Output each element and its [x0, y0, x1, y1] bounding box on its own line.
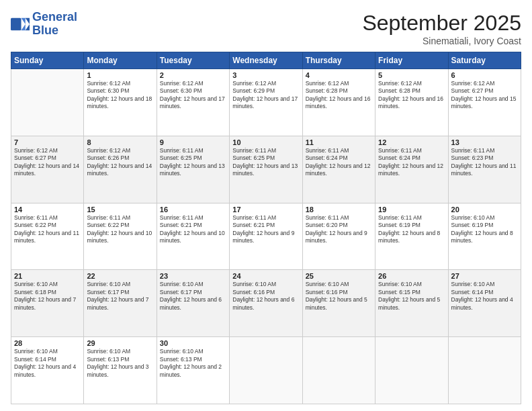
day-info: Sunrise: 6:10 AMSunset: 6:15 PMDaylight:… [378, 281, 445, 312]
day-number: 16 [160, 205, 226, 214]
logo-line1: General [32, 11, 77, 24]
day-info: Sunrise: 6:10 AMSunset: 6:18 PMDaylight:… [14, 281, 81, 312]
day-info: Sunrise: 6:10 AMSunset: 6:13 PMDaylight:… [160, 348, 226, 379]
day-number: 27 [451, 272, 518, 280]
day-info: Sunrise: 6:11 AMSunset: 6:21 PMDaylight:… [232, 214, 299, 245]
calendar-week-row: 1Sunrise: 6:12 AMSunset: 6:30 PMDaylight… [11, 69, 521, 136]
day-info: Sunrise: 6:12 AMSunset: 6:28 PMDaylight:… [306, 80, 372, 111]
day-number: 1 [87, 71, 153, 79]
calendar-cell: 20Sunrise: 6:10 AMSunset: 6:19 PMDayligh… [448, 203, 521, 270]
col-saturday: Saturday [448, 52, 521, 69]
calendar-body: 1Sunrise: 6:12 AMSunset: 6:30 PMDaylight… [11, 69, 521, 404]
day-number: 19 [378, 205, 445, 214]
day-info: Sunrise: 6:11 AMSunset: 6:25 PMDaylight:… [232, 147, 299, 178]
col-tuesday: Tuesday [157, 52, 229, 69]
calendar-cell: 1Sunrise: 6:12 AMSunset: 6:30 PMDaylight… [84, 69, 157, 136]
calendar-cell: 25Sunrise: 6:10 AMSunset: 6:16 PMDayligh… [302, 270, 375, 337]
day-info: Sunrise: 6:12 AMSunset: 6:28 PMDaylight:… [378, 80, 445, 111]
calendar-cell: 21Sunrise: 6:10 AMSunset: 6:18 PMDayligh… [11, 270, 84, 337]
logo-icon [11, 15, 30, 34]
calendar-cell: 12Sunrise: 6:11 AMSunset: 6:24 PMDayligh… [375, 136, 448, 203]
month-title: September 2025 [362, 11, 521, 36]
day-info: Sunrise: 6:11 AMSunset: 6:24 PMDaylight:… [306, 147, 372, 178]
calendar-cell [448, 337, 521, 404]
day-info: Sunrise: 6:11 AMSunset: 6:21 PMDaylight:… [160, 214, 226, 245]
calendar-cell: 11Sunrise: 6:11 AMSunset: 6:24 PMDayligh… [302, 136, 375, 203]
header: General Blue September 2025 Sinematiali,… [11, 11, 521, 46]
calendar-cell: 23Sunrise: 6:10 AMSunset: 6:17 PMDayligh… [157, 270, 229, 337]
calendar-cell: 30Sunrise: 6:10 AMSunset: 6:13 PMDayligh… [157, 337, 229, 404]
day-info: Sunrise: 6:12 AMSunset: 6:30 PMDaylight:… [87, 80, 153, 111]
col-wednesday: Wednesday [230, 52, 302, 69]
day-info: Sunrise: 6:10 AMSunset: 6:16 PMDaylight:… [232, 281, 299, 312]
calendar-cell [302, 337, 375, 404]
logo: General Blue [11, 11, 77, 38]
calendar-cell: 4Sunrise: 6:12 AMSunset: 6:28 PMDaylight… [302, 69, 375, 136]
calendar-week-row: 14Sunrise: 6:11 AMSunset: 6:22 PMDayligh… [11, 203, 521, 270]
day-number: 15 [87, 205, 153, 214]
calendar-cell: 24Sunrise: 6:10 AMSunset: 6:16 PMDayligh… [230, 270, 302, 337]
calendar-cell: 2Sunrise: 6:12 AMSunset: 6:30 PMDaylight… [157, 69, 229, 136]
day-number: 13 [451, 138, 518, 146]
day-number: 11 [306, 138, 372, 146]
day-info: Sunrise: 6:10 AMSunset: 6:14 PMDaylight:… [451, 281, 518, 312]
day-info: Sunrise: 6:10 AMSunset: 6:17 PMDaylight:… [87, 281, 153, 312]
calendar-cell [375, 337, 448, 404]
day-number: 8 [87, 138, 153, 146]
day-info: Sunrise: 6:10 AMSunset: 6:17 PMDaylight:… [160, 281, 226, 312]
calendar-cell: 13Sunrise: 6:11 AMSunset: 6:23 PMDayligh… [448, 136, 521, 203]
calendar-cell: 22Sunrise: 6:10 AMSunset: 6:17 PMDayligh… [84, 270, 157, 337]
day-number: 29 [87, 339, 153, 347]
calendar-cell: 7Sunrise: 6:12 AMSunset: 6:27 PMDaylight… [11, 136, 84, 203]
calendar-cell: 28Sunrise: 6:10 AMSunset: 6:14 PMDayligh… [11, 337, 84, 404]
day-number: 25 [306, 272, 372, 280]
calendar-week-row: 7Sunrise: 6:12 AMSunset: 6:27 PMDaylight… [11, 136, 521, 203]
day-info: Sunrise: 6:10 AMSunset: 6:13 PMDaylight:… [87, 348, 153, 379]
svg-rect-2 [11, 17, 21, 30]
day-info: Sunrise: 6:11 AMSunset: 6:20 PMDaylight:… [306, 214, 372, 245]
calendar-cell: 8Sunrise: 6:12 AMSunset: 6:26 PMDaylight… [84, 136, 157, 203]
day-number: 23 [160, 272, 226, 280]
col-thursday: Thursday [302, 52, 375, 69]
day-info: Sunrise: 6:12 AMSunset: 6:27 PMDaylight:… [14, 147, 81, 178]
day-number: 26 [378, 272, 445, 280]
day-info: Sunrise: 6:12 AMSunset: 6:27 PMDaylight:… [451, 80, 518, 111]
calendar-cell: 26Sunrise: 6:10 AMSunset: 6:15 PMDayligh… [375, 270, 448, 337]
day-number: 10 [232, 138, 299, 146]
calendar-cell: 14Sunrise: 6:11 AMSunset: 6:22 PMDayligh… [11, 203, 84, 270]
day-number: 12 [378, 138, 445, 146]
day-number: 22 [87, 272, 153, 280]
col-friday: Friday [375, 52, 448, 69]
calendar-cell: 15Sunrise: 6:11 AMSunset: 6:22 PMDayligh… [84, 203, 157, 270]
day-number: 24 [232, 272, 299, 280]
title-block: September 2025 Sinematiali, Ivory Coast [362, 11, 521, 46]
day-number: 28 [14, 339, 81, 347]
calendar-cell: 16Sunrise: 6:11 AMSunset: 6:21 PMDayligh… [157, 203, 229, 270]
day-info: Sunrise: 6:11 AMSunset: 6:25 PMDaylight:… [160, 147, 226, 178]
calendar-cell: 17Sunrise: 6:11 AMSunset: 6:21 PMDayligh… [230, 203, 302, 270]
calendar-cell: 19Sunrise: 6:11 AMSunset: 6:19 PMDayligh… [375, 203, 448, 270]
svg-marker-1 [21, 17, 26, 30]
calendar-cell: 18Sunrise: 6:11 AMSunset: 6:20 PMDayligh… [302, 203, 375, 270]
page-container: General Blue September 2025 Sinematiali,… [0, 0, 532, 411]
col-sunday: Sunday [11, 52, 84, 69]
logo-text: General Blue [32, 11, 77, 38]
day-number: 7 [14, 138, 81, 146]
day-info: Sunrise: 6:11 AMSunset: 6:22 PMDaylight:… [87, 214, 153, 245]
calendar-cell: 3Sunrise: 6:12 AMSunset: 6:29 PMDaylight… [230, 69, 302, 136]
calendar-cell [11, 69, 84, 136]
day-number: 4 [306, 71, 372, 79]
col-monday: Monday [84, 52, 157, 69]
day-number: 18 [306, 205, 372, 214]
day-number: 30 [160, 339, 226, 347]
header-row: Sunday Monday Tuesday Wednesday Thursday… [11, 52, 521, 69]
calendar-cell: 5Sunrise: 6:12 AMSunset: 6:28 PMDaylight… [375, 69, 448, 136]
day-number: 14 [14, 205, 81, 214]
calendar-header: Sunday Monday Tuesday Wednesday Thursday… [11, 52, 521, 69]
day-number: 5 [378, 71, 445, 79]
day-info: Sunrise: 6:11 AMSunset: 6:24 PMDaylight:… [378, 147, 445, 178]
day-number: 6 [451, 71, 518, 79]
day-number: 21 [14, 272, 81, 280]
svg-marker-0 [26, 17, 30, 30]
day-info: Sunrise: 6:10 AMSunset: 6:16 PMDaylight:… [306, 281, 372, 312]
